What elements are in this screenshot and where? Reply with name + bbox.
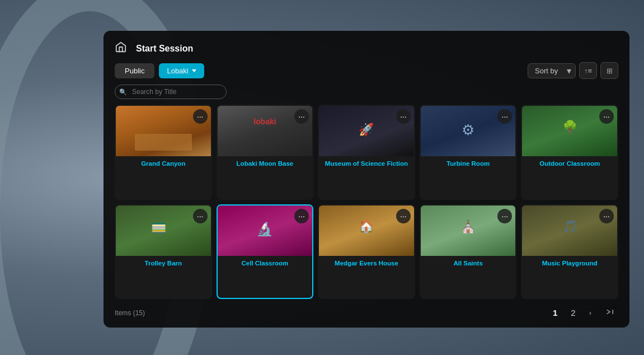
card-label-museum-science-fiction: Museum of Science Fiction <box>319 156 414 171</box>
panel-title: Start Session <box>136 44 618 54</box>
card-thumb-lobaki-moon-base: ··· <box>218 106 313 156</box>
card-menu-btn-music-playground[interactable]: ··· <box>599 209 614 223</box>
search-input[interactable] <box>115 85 227 99</box>
card-thumb-all-saints: ··· <box>421 205 516 256</box>
card-thumb-cell-classroom: ··· <box>218 205 313 256</box>
cards-grid: ··· Grand Canyon ··· Lobaki Moon Base ··… <box>115 105 618 299</box>
card-thumb-medgar-evers-house: ··· <box>319 205 414 256</box>
card-thumb-outdoor-classroom: ··· <box>522 106 617 156</box>
items-count: Items (15) <box>115 309 145 317</box>
footer-row: Items (15) 1 2 › <box>115 305 618 320</box>
card-grand-canyon[interactable]: ··· Grand Canyon <box>115 105 212 200</box>
tab-public[interactable]: Public <box>115 63 154 78</box>
card-cell-classroom[interactable]: ··· Cell Classroom <box>217 204 314 300</box>
card-label-music-playground: Music Playground <box>522 256 617 271</box>
home-icon[interactable] <box>115 41 130 57</box>
card-thumb-turbine-room: ··· <box>421 106 516 156</box>
card-label-outdoor-classroom: Outdoor Classroom <box>522 156 617 171</box>
card-menu-btn-lobaki-moon-base[interactable]: ··· <box>294 109 309 124</box>
page-2-button[interactable]: 2 <box>567 307 579 319</box>
card-thumb-trolley-barn: ··· <box>116 205 211 256</box>
sort-group: Sort by Title Date Size ↑≡ ⊞ <box>528 62 618 79</box>
card-menu-btn-trolley-barn[interactable]: ··· <box>193 209 208 223</box>
card-menu-btn-turbine-room[interactable]: ··· <box>497 109 512 124</box>
card-outdoor-classroom[interactable]: ··· Outdoor Classroom <box>521 105 618 200</box>
card-all-saints[interactable]: ··· All Saints <box>420 204 517 300</box>
sort-order-button[interactable]: ↑≡ <box>579 62 597 79</box>
card-menu-btn-outdoor-classroom[interactable]: ··· <box>599 109 614 124</box>
sort-dropdown[interactable]: Sort by Title Date Size <box>528 63 576 78</box>
search-wrapper <box>115 85 227 99</box>
card-thumb-music-playground: ··· <box>522 205 617 256</box>
card-menu-btn-cell-classroom[interactable]: ··· <box>294 209 309 223</box>
card-label-all-saints: All Saints <box>421 256 516 271</box>
header-row: Start Session <box>115 41 618 57</box>
card-trolley-barn[interactable]: ··· Trolley Barn <box>115 204 212 300</box>
main-panel: Start Session Public Lobaki Sort by Titl… <box>104 31 629 328</box>
card-menu-btn-museum-science-fiction[interactable]: ··· <box>396 109 411 124</box>
pagination: 1 2 › <box>549 306 618 320</box>
sort-dropdown-wrapper: Sort by Title Date Size <box>528 63 576 78</box>
tab-group: Public Lobaki <box>115 63 204 78</box>
card-thumb-grand-canyon: ··· <box>116 106 211 156</box>
card-label-medgar-evers-house: Medgar Evers House <box>319 256 414 271</box>
last-page-button[interactable] <box>601 306 618 320</box>
chevron-down-icon <box>192 69 196 72</box>
card-thumb-museum-science-fiction: ··· <box>319 106 414 156</box>
card-menu-btn-medgar-evers-house[interactable]: ··· <box>396 209 411 223</box>
card-music-playground[interactable]: ··· Music Playground <box>521 204 618 300</box>
tab-lobaki[interactable]: Lobaki <box>159 63 204 78</box>
card-label-turbine-room: Turbine Room <box>421 156 516 171</box>
card-medgar-evers-house[interactable]: ··· Medgar Evers House <box>318 204 415 300</box>
sort-order-icon: ↑≡ <box>584 67 592 75</box>
card-museum-science-fiction[interactable]: ··· Museum of Science Fiction <box>318 105 415 200</box>
card-label-grand-canyon: Grand Canyon <box>116 156 211 171</box>
card-lobaki-moon-base[interactable]: ··· Lobaki Moon Base <box>217 105 314 200</box>
filter-button[interactable]: ⊞ <box>600 62 618 79</box>
next-page-button[interactable]: › <box>586 307 595 318</box>
card-label-cell-classroom: Cell Classroom <box>218 256 313 271</box>
card-menu-btn-grand-canyon[interactable]: ··· <box>193 109 208 124</box>
card-menu-btn-all-saints[interactable]: ··· <box>497 209 512 223</box>
search-row <box>115 85 618 99</box>
page-1-button[interactable]: 1 <box>549 307 561 319</box>
card-turbine-room[interactable]: ··· Turbine Room <box>420 105 517 200</box>
card-label-lobaki-moon-base: Lobaki Moon Base <box>218 156 313 171</box>
filter-icon: ⊞ <box>607 67 613 75</box>
top-controls: Public Lobaki Sort by Title Date Size ↑≡… <box>115 62 618 79</box>
card-label-trolley-barn: Trolley Barn <box>116 256 211 271</box>
